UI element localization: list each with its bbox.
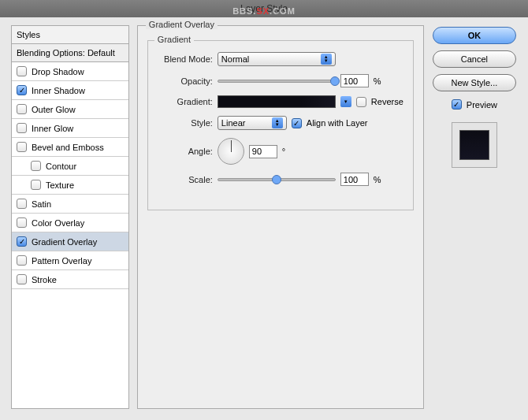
style-checkbox[interactable]: [17, 255, 27, 266]
style-label: Inner Shadow: [32, 86, 85, 95]
style-label: Inner Glow: [32, 124, 73, 133]
cancel-button[interactable]: Cancel: [433, 50, 516, 68]
reverse-label: Reverse: [371, 97, 403, 106]
gradient-fieldset: Gradient Blend Mode: Normal ▲▼ Opacity: …: [147, 40, 414, 210]
style-label: Texture: [46, 180, 74, 190]
blend-mode-select[interactable]: Normal ▲▼: [218, 52, 336, 66]
opacity-input[interactable]: [340, 74, 369, 87]
style-row-bevel-and-emboss[interactable]: Bevel and Emboss: [12, 138, 128, 157]
layer-style-dialog: Layer Style BBS.SX.COM Styles Blending O…: [0, 0, 528, 420]
style-row-satin[interactable]: Satin: [12, 195, 128, 214]
scale-slider[interactable]: [218, 178, 336, 181]
style-checkbox[interactable]: [17, 123, 27, 133]
style-checkbox[interactable]: [17, 217, 27, 228]
style-label: Contour: [46, 162, 76, 171]
blend-mode-value: Normal: [221, 54, 249, 64]
style-row-stroke[interactable]: Stroke: [12, 270, 128, 289]
angle-unit: °: [282, 147, 285, 156]
style-checkbox[interactable]: [31, 180, 41, 190]
style-label: Drop Shadow: [32, 67, 84, 76]
style-row-texture[interactable]: Texture: [12, 176, 128, 195]
style-checkbox[interactable]: [17, 199, 27, 209]
blend-mode-label: Blend Mode:: [158, 54, 213, 64]
style-row-contour[interactable]: Contour: [12, 157, 128, 176]
style-label: Pattern Overlay: [32, 256, 91, 266]
right-panel: OK Cancel New Style... ✓ Preview: [432, 25, 517, 409]
slider-thumb[interactable]: [330, 76, 340, 86]
slider-thumb[interactable]: [272, 175, 281, 184]
titlebar: Layer Style BBS.SX.COM: [0, 0, 528, 17]
updown-icon: ▲▼: [272, 117, 283, 128]
style-row-gradient-overlay[interactable]: ✓Gradient Overlay: [12, 232, 128, 251]
preview-swatch-inner: [459, 130, 489, 160]
style-row-drop-shadow[interactable]: Drop Shadow: [12, 62, 128, 81]
style-row-outer-glow[interactable]: Outer Glow: [12, 100, 128, 119]
scale-label: Scale:: [158, 175, 213, 184]
opacity-label: Opacity:: [158, 76, 213, 86]
angle-input[interactable]: [249, 145, 277, 158]
gradient-swatch[interactable]: [218, 95, 336, 108]
angle-dial[interactable]: [218, 138, 244, 165]
style-checkbox[interactable]: [31, 161, 41, 171]
style-label: Color Overlay: [32, 218, 84, 228]
opacity-slider[interactable]: [218, 80, 336, 83]
window-title: Layer Style: [240, 3, 288, 14]
style-row-color-overlay[interactable]: Color Overlay: [12, 214, 128, 232]
fieldset-legend: Gradient: [154, 35, 194, 44]
style-label: Outer Glow: [32, 105, 76, 114]
style-checkbox[interactable]: [17, 142, 27, 152]
style-checkbox[interactable]: [17, 274, 27, 284]
style-checkbox[interactable]: [17, 66, 27, 76]
preview-checkbox[interactable]: ✓: [452, 99, 462, 110]
settings-panel: Gradient Overlay Gradient Blend Mode: No…: [137, 25, 424, 409]
reverse-checkbox[interactable]: [356, 97, 366, 107]
style-label: Gradient Overlay: [32, 237, 97, 247]
styles-header[interactable]: Styles: [12, 26, 128, 44]
opacity-unit: %: [374, 76, 381, 86]
style-checkbox[interactable]: [17, 104, 27, 114]
angle-label: Angle:: [158, 147, 213, 156]
preview-label: Preview: [467, 100, 497, 110]
new-style-button[interactable]: New Style...: [433, 74, 516, 91]
align-checkbox[interactable]: ✓: [292, 118, 302, 128]
style-label: Stroke: [32, 275, 57, 284]
gradient-label: Gradient:: [158, 97, 213, 106]
style-label: Bevel and Emboss: [32, 143, 104, 152]
group-title: Gradient Overlay: [146, 20, 218, 29]
scale-unit: %: [374, 175, 381, 184]
dropdown-icon[interactable]: ▼: [340, 96, 351, 107]
style-checkbox[interactable]: ✓: [17, 85, 27, 95]
blending-options-row[interactable]: Blending Options: Default: [12, 44, 128, 62]
style-checkbox[interactable]: ✓: [17, 236, 27, 247]
style-value: Linear: [221, 118, 246, 128]
preview-swatch: [452, 122, 497, 168]
ok-button[interactable]: OK: [433, 27, 516, 44]
style-row-pattern-overlay[interactable]: Pattern Overlay: [12, 251, 128, 270]
style-select[interactable]: Linear ▲▼: [218, 116, 287, 130]
updown-icon: ▲▼: [321, 54, 332, 65]
styles-panel: Styles Blending Options: Default Drop Sh…: [11, 25, 129, 409]
style-mode-label: Style:: [158, 118, 213, 128]
style-row-inner-glow[interactable]: Inner Glow: [12, 119, 128, 138]
style-label: Satin: [32, 199, 51, 209]
align-label: Align with Layer: [307, 118, 368, 128]
scale-input[interactable]: [340, 173, 369, 186]
style-row-inner-shadow[interactable]: ✓Inner Shadow: [12, 81, 128, 100]
